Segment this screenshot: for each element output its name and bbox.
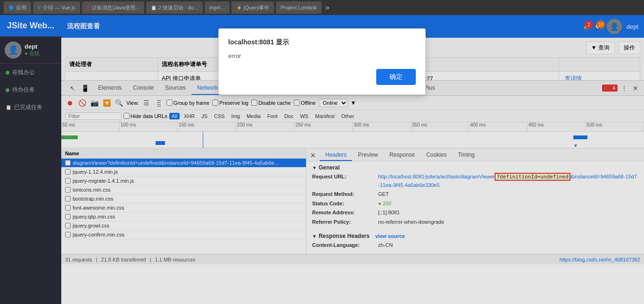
alert-dialog: localhost:8081 显示 error 确定 — [218, 28, 426, 95]
dialog-button-row: 确定 — [228, 69, 416, 85]
dialog-message: error — [228, 52, 416, 59]
dialog-confirm-button[interactable]: 确定 — [376, 69, 416, 85]
dialog-overlay: localhost:8081 显示 error 确定 — [0, 0, 644, 304]
dialog-title: localhost:8081 显示 — [228, 38, 416, 47]
